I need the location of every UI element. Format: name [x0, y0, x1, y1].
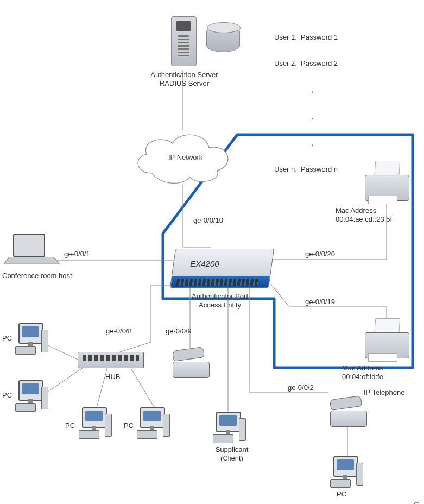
laptop-label: Conference room host: [2, 272, 72, 280]
pc-icon: [15, 380, 48, 413]
phone-icon: [173, 348, 211, 378]
svg-line-18: [271, 285, 289, 307]
if-ge-0-0-8: ge-0/0/8: [106, 327, 132, 336]
cloud-label: IP Network: [168, 153, 202, 162]
pc-label-2: PC: [2, 391, 12, 400]
pc-icon: [79, 407, 111, 440]
network-diagram: User 1, Password 1 User 2, Password 2 , …: [0, 0, 424, 504]
server-icon: [171, 16, 197, 66]
ip-phone-icon: [330, 396, 368, 427]
pc-icon: [137, 407, 169, 440]
printer-top-mac: Mac Address 00:04:ae:cd::23:5f: [336, 206, 392, 224]
database-icon: [206, 25, 240, 52]
pc-label-1: PC: [2, 334, 12, 343]
if-ge-0-0-9: ge-0/0/9: [166, 327, 192, 336]
if-ge-0-0-19: ge-0/0/19: [305, 298, 335, 306]
if-ge-0-0-2: ge-0/0/2: [288, 383, 314, 392]
pc-label-4: PC: [124, 421, 134, 430]
pc-icon: [15, 323, 48, 356]
supplicant-pc-icon: [213, 412, 245, 444]
pc-label-3: PC: [65, 421, 75, 430]
printer-bottom-mac: Mac Address 00:04:of:fd:fe: [342, 364, 383, 382]
server-label: Authentication Server RADIUS Server: [148, 71, 221, 89]
switch-icon: EX4200: [170, 249, 274, 288]
hub-label: HUB: [105, 373, 120, 381]
printer-top-icon: [365, 163, 408, 201]
hub-icon: [78, 352, 144, 368]
if-ge-0-0-20: ge-0/0/20: [305, 250, 335, 259]
laptop-icon: [7, 234, 58, 269]
switch-label: Authenticator Port Access Entity: [179, 292, 261, 310]
user-list: User 1, Password 1 User 2, Password 2 , …: [274, 15, 350, 192]
printer-bottom-icon: [365, 320, 408, 358]
svg-line-4: [117, 342, 151, 353]
svg-line-10: [130, 367, 154, 407]
pc-label-5: PC: [337, 490, 346, 499]
if-ge-0-0-10: ge-0/0/10: [193, 216, 223, 225]
ipphone-label: IP Telephone: [364, 388, 404, 397]
figure-id: g020070: [413, 502, 421, 504]
switch-model: EX4200: [190, 259, 219, 268]
if-ge-0-0-1: ge-0/0/1: [64, 250, 90, 259]
supplicant-label: Supplicant (Client): [202, 445, 262, 463]
pc-icon: [330, 456, 363, 489]
